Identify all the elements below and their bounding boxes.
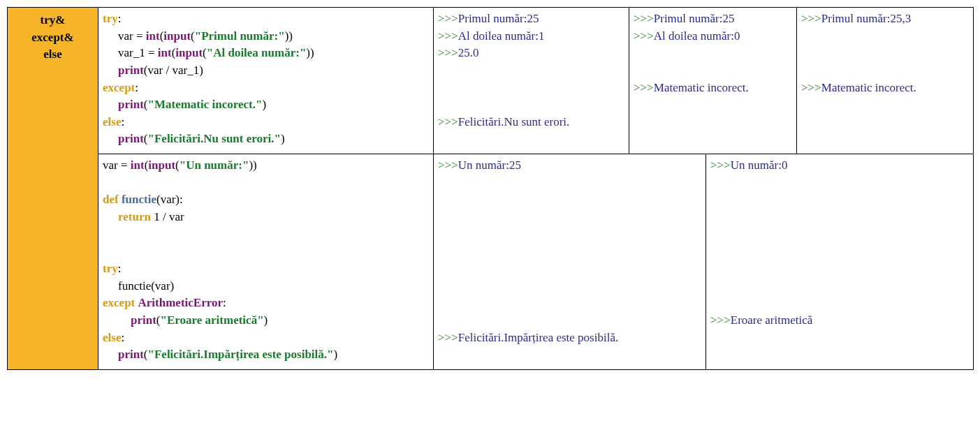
output-cell-1c: >>>Primul număr:25,3 >>>Matematic incore… xyxy=(797,8,974,154)
kw-return: return xyxy=(118,210,151,223)
code-cell-2: var = int(input("Un număr:")) def functi… xyxy=(98,154,434,370)
code-cell-1: try: var = int(input("Primul număr:")) v… xyxy=(98,8,434,154)
label-line-2: except& xyxy=(31,31,73,44)
row-label: try& except& else xyxy=(8,8,98,370)
output-cell-2b: >>>Un număr:0 >>>Eroare aritmetică xyxy=(706,154,974,370)
output-cell-1b: >>>Primul număr:25 >>>Al doilea număr:0 … xyxy=(629,8,797,154)
output-cell-1a: >>>Primul număr:25 >>>Al doilea număr:1 … xyxy=(434,8,629,154)
examples-table: try& except& else try: var = int(input("… xyxy=(7,7,974,370)
kw-else: else xyxy=(103,115,121,128)
kw-def: def xyxy=(103,193,119,206)
label-line-1: try& xyxy=(41,13,66,27)
output-cell-2a: >>>Un număr:25 >>>Felicitări.Impărțirea … xyxy=(434,154,706,370)
kw-try: try xyxy=(103,12,118,25)
kw-except: except xyxy=(103,81,135,94)
label-line-3: else xyxy=(43,47,61,61)
